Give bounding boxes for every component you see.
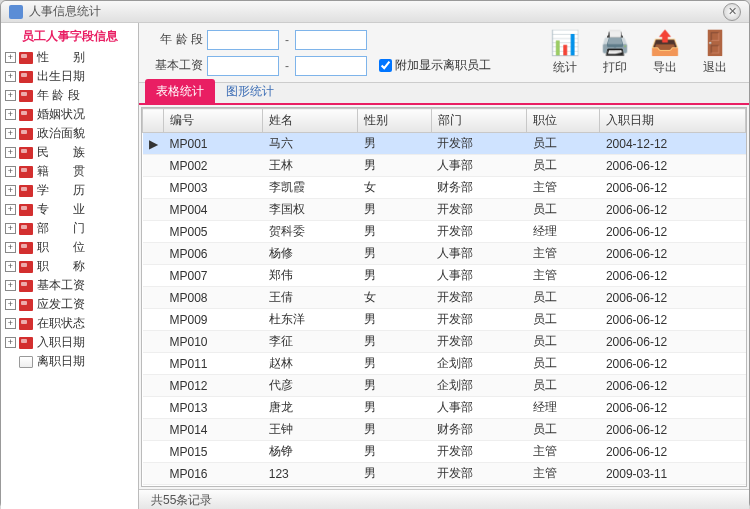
expand-icon[interactable]: + <box>5 242 16 253</box>
expand-icon[interactable]: + <box>5 71 16 82</box>
tree-label: 婚姻状况 <box>37 106 85 123</box>
expand-icon[interactable]: + <box>5 204 16 215</box>
tree-item[interactable]: +出生日期 <box>1 67 138 86</box>
age-from-input[interactable] <box>207 30 279 50</box>
table-row[interactable]: MP016123男开发部主管2009-03-11 <box>143 463 746 485</box>
expand-icon[interactable]: + <box>5 109 16 120</box>
column-header[interactable]: 职位 <box>527 109 600 133</box>
print-button[interactable]: 🖨️打印 <box>599 29 631 76</box>
expand-icon[interactable] <box>5 356 16 367</box>
tree-label: 离职日期 <box>37 353 85 370</box>
table-row[interactable]: MP003李凯霞女财务部主管2006-06-12 <box>143 177 746 199</box>
cell: MP002 <box>164 155 263 177</box>
tab-chart[interactable]: 图形统计 <box>215 79 285 103</box>
cell: MP015 <box>164 441 263 463</box>
column-header[interactable]: 性别 <box>358 109 431 133</box>
tree-label: 职 位 <box>37 239 85 256</box>
column-header[interactable]: 部门 <box>431 109 526 133</box>
expand-icon[interactable]: + <box>5 90 16 101</box>
folder-icon <box>19 242 33 254</box>
tree-item[interactable]: +部 门 <box>1 219 138 238</box>
cell: MP008 <box>164 287 263 309</box>
table-row[interactable]: MP007郑伟男人事部主管2006-06-12 <box>143 265 746 287</box>
salary-to-input[interactable] <box>295 56 367 76</box>
tree-item[interactable]: +基本工资 <box>1 276 138 295</box>
row-indicator <box>143 331 164 353</box>
expand-icon[interactable]: + <box>5 318 16 329</box>
show-leavers-input[interactable] <box>379 59 392 72</box>
folder-icon <box>19 128 33 140</box>
table-row[interactable]: MP002王林男人事部员工2006-06-12 <box>143 155 746 177</box>
expand-icon[interactable]: + <box>5 261 16 272</box>
tree-item[interactable]: +民 族 <box>1 143 138 162</box>
tree-item[interactable]: +职 称 <box>1 257 138 276</box>
table-row[interactable]: MP013唐龙男人事部经理2006-06-12 <box>143 397 746 419</box>
tree-item[interactable]: +年 龄 段 <box>1 86 138 105</box>
tree-item[interactable]: +性 别 <box>1 48 138 67</box>
table-row[interactable]: MP0171234男开发部主管2009-03-11 <box>143 485 746 488</box>
table-row[interactable]: MP009杜东洋男开发部员工2006-06-12 <box>143 309 746 331</box>
expand-icon[interactable]: + <box>5 223 16 234</box>
tree-item[interactable]: +职 位 <box>1 238 138 257</box>
tree-item[interactable]: +政治面貌 <box>1 124 138 143</box>
cell: 主管 <box>527 441 600 463</box>
show-leavers-checkbox[interactable]: 附加显示离职员工 <box>379 57 491 74</box>
table-row[interactable]: ▶MP001马六男开发部员工2004-12-12 <box>143 133 746 155</box>
row-indicator <box>143 309 164 331</box>
table-row[interactable]: MP006杨修男人事部主管2006-06-12 <box>143 243 746 265</box>
tree-label: 年 龄 段 <box>37 87 80 104</box>
column-header[interactable]: 姓名 <box>263 109 358 133</box>
expand-icon[interactable]: + <box>5 128 16 139</box>
cell: 员工 <box>527 419 600 441</box>
tree-label: 学 历 <box>37 182 85 199</box>
cell: 男 <box>358 419 431 441</box>
table-row[interactable]: MP005贺科委男开发部经理2006-06-12 <box>143 221 746 243</box>
close-button[interactable]: ✕ <box>723 3 741 21</box>
table-row[interactable]: MP015杨铮男开发部主管2006-06-12 <box>143 441 746 463</box>
cell: MP007 <box>164 265 263 287</box>
cell: MP016 <box>164 463 263 485</box>
stats-button[interactable]: 📊统计 <box>549 29 581 76</box>
data-grid[interactable]: 编号姓名性别部门职位入职日期 ▶MP001马六男开发部员工2004-12-12M… <box>141 107 747 487</box>
cell: 财务部 <box>431 177 526 199</box>
export-button[interactable]: 📤导出 <box>649 29 681 76</box>
cell: 员工 <box>527 155 600 177</box>
expand-icon[interactable]: + <box>5 299 16 310</box>
column-header[interactable]: 编号 <box>164 109 263 133</box>
cell: 2006-06-12 <box>600 353 746 375</box>
expand-icon[interactable]: + <box>5 166 16 177</box>
expand-icon[interactable]: + <box>5 280 16 291</box>
expand-icon[interactable]: + <box>5 185 16 196</box>
tree-item[interactable]: +婚姻状况 <box>1 105 138 124</box>
row-indicator: ▶ <box>143 133 164 155</box>
cell: MP017 <box>164 485 263 488</box>
tree-item[interactable]: +学 历 <box>1 181 138 200</box>
tree-item[interactable]: +籍 贯 <box>1 162 138 181</box>
table-row[interactable]: MP012代彦男企划部员工2006-06-12 <box>143 375 746 397</box>
age-to-input[interactable] <box>295 30 367 50</box>
tree-label: 政治面貌 <box>37 125 85 142</box>
exit-button[interactable]: 🚪退出 <box>699 29 731 76</box>
tree-item[interactable]: +应发工资 <box>1 295 138 314</box>
row-indicator <box>143 155 164 177</box>
cell: 主管 <box>527 243 600 265</box>
expand-icon[interactable]: + <box>5 147 16 158</box>
tree-item[interactable]: +入职日期 <box>1 333 138 352</box>
expand-icon[interactable]: + <box>5 337 16 348</box>
table-row[interactable]: MP008王倩女开发部员工2006-06-12 <box>143 287 746 309</box>
tree-item[interactable]: +在职状态 <box>1 314 138 333</box>
cell: 男 <box>358 331 431 353</box>
salary-from-input[interactable] <box>207 56 279 76</box>
cell: 男 <box>358 221 431 243</box>
column-header[interactable]: 入职日期 <box>600 109 746 133</box>
folder-icon <box>19 299 33 311</box>
tree-item[interactable]: +专 业 <box>1 200 138 219</box>
tree-item[interactable]: 离职日期 <box>1 352 138 371</box>
cell: 2006-06-12 <box>600 243 746 265</box>
table-row[interactable]: MP010李征男开发部员工2006-06-12 <box>143 331 746 353</box>
table-row[interactable]: MP004李国权男开发部员工2006-06-12 <box>143 199 746 221</box>
expand-icon[interactable]: + <box>5 52 16 63</box>
table-row[interactable]: MP011赵林男企划部员工2006-06-12 <box>143 353 746 375</box>
tab-table[interactable]: 表格统计 <box>145 79 215 103</box>
table-row[interactable]: MP014王钟男财务部员工2006-06-12 <box>143 419 746 441</box>
